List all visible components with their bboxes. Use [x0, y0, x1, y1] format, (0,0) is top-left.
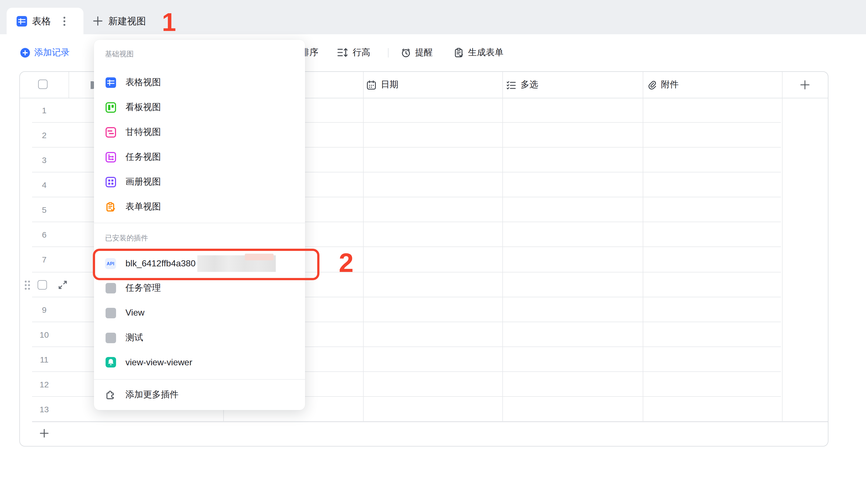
row-number: 11 [20, 347, 68, 372]
grid-view-icon [16, 16, 27, 26]
row-height-icon [337, 47, 349, 57]
grid-view-icon [105, 77, 116, 88]
add-record-plus-icon [20, 47, 30, 58]
menu-divider [94, 223, 305, 223]
bitable-app: 表格 新建视图 1 添加记录 排序 行高 [0, 0, 866, 504]
menu-item-add-more-plugins[interactable]: 添加更多插件 [94, 382, 305, 407]
generate-form-button[interactable]: 生成表单 [454, 35, 503, 70]
row-height-button[interactable]: 行高 [337, 35, 370, 70]
annotation-step-2-box [93, 249, 320, 280]
menu-item-label: 任务视图 [125, 151, 161, 163]
puzzle-piece-icon [105, 389, 116, 400]
tab-label: 表格 [32, 15, 51, 27]
gantt-view-icon [105, 126, 116, 138]
annotation-step-2: 2 [339, 250, 353, 276]
add-column-button[interactable] [800, 80, 810, 92]
plugin-placeholder-icon [105, 307, 116, 318]
annotation-step-1: 1 [162, 9, 176, 35]
paperclip-icon [647, 80, 657, 90]
row-height-label: 行高 [353, 47, 370, 58]
new-view-menu: 基础视图 表格视图 看板视图 甘特视图 任务视图 [94, 40, 305, 410]
menu-item-label: 添加更多插件 [125, 389, 178, 400]
form-view-icon [105, 201, 116, 212]
row-number: 3 [20, 147, 68, 172]
menu-item-plugin-test[interactable]: 测试 [94, 325, 305, 350]
drag-handle-icon[interactable] [24, 279, 31, 293]
plus-icon [93, 16, 103, 26]
menu-item-form-view[interactable]: 表单视图 [94, 194, 305, 219]
row-number: 4 [20, 172, 68, 197]
menu-item-task-view[interactable]: 任务视图 [94, 145, 305, 169]
gallery-view-icon [105, 176, 116, 187]
plugin-placeholder-icon [105, 332, 116, 343]
alarm-clock-icon [401, 47, 411, 58]
menu-item-plugin-view[interactable]: View [94, 301, 305, 325]
multiselect-icon [506, 80, 516, 90]
new-view-button[interactable]: 新建视图 [93, 8, 146, 34]
menu-item-label: 看板视图 [125, 101, 161, 113]
generate-form-label: 生成表单 [468, 47, 503, 58]
view-tab-bar: 表格 新建视图 [0, 0, 866, 34]
menu-item-label: view-view-viewer [125, 358, 192, 368]
row-number: 13 [20, 397, 68, 422]
expand-record-icon[interactable] [57, 279, 68, 292]
select-all-checkbox[interactable] [38, 80, 47, 89]
row-number: 7 [20, 247, 68, 272]
menu-item-label: 画册视图 [125, 176, 161, 188]
menu-item-label: 表单视图 [125, 201, 161, 212]
add-row-bar[interactable] [20, 422, 828, 445]
bell-plugin-icon [105, 357, 116, 368]
menu-divider [94, 379, 305, 380]
reminder-label: 提醒 [415, 47, 433, 58]
kanban-view-icon [105, 102, 116, 113]
column-header-attachment[interactable]: 附件 [647, 72, 679, 98]
menu-item-label: 任务管理 [125, 282, 161, 294]
clipboard-check-icon [454, 47, 464, 58]
row-checkbox[interactable] [37, 280, 47, 289]
row-number: 6 [20, 222, 68, 247]
column-header-label: 附件 [661, 79, 679, 91]
tab-more-icon[interactable] [63, 16, 66, 26]
menu-item-grid-view[interactable]: 表格视图 [94, 70, 305, 95]
add-row-plus-icon [40, 429, 49, 440]
plugin-placeholder-icon [105, 283, 116, 294]
calendar-icon [366, 80, 376, 90]
row-number: 9 [20, 297, 68, 322]
add-record-button[interactable]: 添加记录 [20, 35, 70, 70]
toolbar-divider [388, 48, 389, 57]
menu-item-label: 表格视图 [125, 77, 161, 88]
menu-item-plugin-view-viewer[interactable]: view-view-viewer [94, 350, 305, 375]
reminder-button[interactable]: 提醒 [401, 35, 433, 70]
row-number: 12 [20, 372, 68, 397]
menu-item-kanban-view[interactable]: 看板视图 [94, 95, 305, 120]
new-view-label: 新建视图 [108, 15, 146, 27]
row-number: 1 [20, 98, 68, 123]
row-number: 5 [20, 198, 68, 222]
row-number: 2 [20, 123, 68, 147]
grid-line [68, 72, 69, 98]
column-header-multiselect[interactable]: 多选 [506, 72, 538, 98]
menu-section-installed-plugins: 已安装的插件 [105, 233, 148, 244]
menu-item-gallery-view[interactable]: 画册视图 [94, 169, 305, 194]
column-header-label: 多选 [521, 79, 538, 91]
menu-item-label: 测试 [125, 332, 143, 344]
task-view-icon [105, 152, 116, 163]
menu-item-label: View [125, 308, 145, 318]
add-record-label: 添加记录 [34, 47, 70, 58]
menu-item-label: 甘特视图 [125, 126, 161, 138]
menu-item-gantt-view[interactable]: 甘特视图 [94, 120, 305, 145]
column-header-date[interactable]: 日期 [366, 72, 398, 98]
menu-section-basic-views: 基础视图 [105, 49, 134, 60]
tab-grid-view[interactable]: 表格 [7, 8, 84, 34]
column-header-label: 日期 [381, 79, 398, 91]
row-number: 10 [20, 322, 68, 347]
